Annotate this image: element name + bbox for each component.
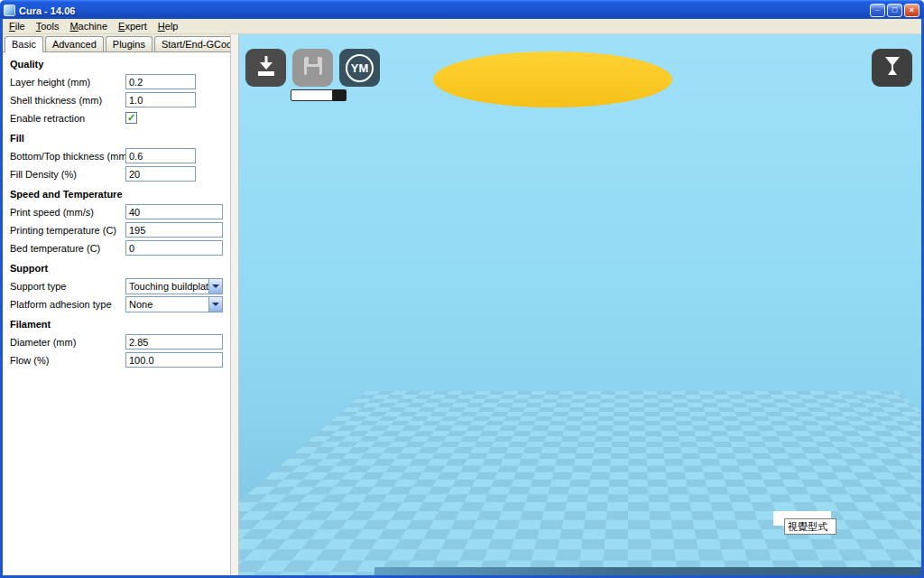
setting-label: Platform adhesion type <box>10 299 125 310</box>
vertical-scrollbar[interactable] <box>230 34 239 575</box>
input-fill-density[interactable] <box>125 166 196 182</box>
section-title-speed-and-temperature: Speed and Temperature <box>10 189 223 200</box>
section-title-support: Support <box>10 263 223 274</box>
menu-bar: FileToolsMachineExpertHelp <box>3 19 921 34</box>
setting-row-enable-retraction: Enable retraction✓ <box>10 109 223 126</box>
setting-label: Enable retraction <box>10 113 125 124</box>
minimize-icon: _ <box>875 4 880 12</box>
input-bottom-top-thickness-mm[interactable] <box>125 148 196 163</box>
setting-label: Printing temperature (C) <box>10 225 125 236</box>
input-shell-thickness-mm[interactable] <box>125 92 196 107</box>
progress-bar <box>291 89 333 101</box>
select-platform-adhesion-type[interactable]: None <box>125 296 223 312</box>
input-printing-temperature-c[interactable] <box>125 222 223 238</box>
dropdown-arrow-icon <box>208 297 222 312</box>
setting-label: Flow (%) <box>10 355 125 366</box>
tab-advanced[interactable]: Advanced <box>45 36 104 51</box>
settings-panel: QualityLayer height (mm)Shell thickness … <box>3 51 230 575</box>
select-support-type[interactable]: Touching buildplate <box>125 278 223 294</box>
view-mode-button[interactable] <box>872 49 912 87</box>
setting-label: Shell thickness (mm) <box>10 95 125 106</box>
setting-row-diameter-mm: Diameter (mm) <box>10 333 223 350</box>
view-type-tooltip: 視覺型式 <box>784 518 836 535</box>
main-content: BasicAdvancedPluginsStart/End-GCode Qual… <box>3 34 921 575</box>
select-value: None <box>126 299 208 310</box>
setting-row-support-type: Support typeTouching buildplate <box>10 277 223 294</box>
setting-row-bed-temperature-c: Bed temperature (C) <box>10 239 223 256</box>
setting-label: Diameter (mm) <box>10 337 125 348</box>
setting-row-shell-thickness-mm: Shell thickness (mm) <box>10 91 223 108</box>
load-model-button[interactable] <box>245 49 286 87</box>
setting-label: Layer height (mm) <box>10 77 125 88</box>
minimize-button[interactable]: _ <box>870 4 885 17</box>
load-model-icon <box>254 54 278 81</box>
save-toolpath-icon <box>301 54 325 81</box>
tab-row: BasicAdvancedPluginsStart/End-GCode <box>3 34 230 51</box>
setting-row-platform-adhesion-type: Platform adhesion typeNone <box>10 295 223 312</box>
app-window: Cura - 14.06 _ □ × FileToolsMachineExper… <box>0 0 924 578</box>
close-button[interactable]: × <box>904 4 919 17</box>
cura-logo-icon <box>4 5 15 16</box>
input-diameter-mm[interactable] <box>125 334 223 350</box>
title-bar[interactable]: Cura - 14.06 _ □ × <box>0 0 924 19</box>
menu-item-machine[interactable]: Machine <box>64 20 113 33</box>
setting-row-flow: Flow (%) <box>10 351 223 368</box>
input-bed-temperature-c[interactable] <box>125 240 223 256</box>
progress-bar-end <box>333 89 346 101</box>
tab-basic[interactable]: Basic <box>5 36 43 52</box>
save-toolpath-button[interactable] <box>292 49 333 87</box>
checkbox-enable-retraction[interactable]: ✓ <box>125 112 137 124</box>
setting-label: Print speed (mm/s) <box>10 207 125 218</box>
youmagine-icon: YM <box>346 54 374 82</box>
section-title-fill: Fill <box>10 133 223 144</box>
maximize-button[interactable]: □ <box>887 4 902 17</box>
window-title: Cura - 14.06 <box>19 5 866 16</box>
menu-item-file[interactable]: File <box>4 20 31 33</box>
setting-label: Fill Density (%) <box>10 169 125 180</box>
menu-item-expert[interactable]: Expert <box>113 20 152 33</box>
view-mode-icon <box>880 53 905 82</box>
setting-row-print-speed-mm-s: Print speed (mm/s) <box>10 203 223 220</box>
setting-row-bottom-top-thickness-mm: Bottom/Top thickness (mm) <box>10 147 223 164</box>
section-title-filament: Filament <box>10 319 223 330</box>
setting-row-printing-temperature-c: Printing temperature (C) <box>10 221 223 238</box>
setting-label: Bottom/Top thickness (mm) <box>10 151 125 162</box>
setting-label: Bed temperature (C) <box>10 243 125 254</box>
menu-item-tools[interactable]: Tools <box>31 20 65 33</box>
slicing-progress <box>291 89 346 101</box>
input-print-speed-mm-s[interactable] <box>125 204 223 219</box>
youmagine-share-button[interactable]: YM <box>339 49 380 87</box>
select-value: Touching buildplate <box>126 281 208 292</box>
model-cylinder-top[interactable] <box>433 51 672 107</box>
section-title-quality: Quality <box>10 59 223 70</box>
model-cylinder[interactable] <box>433 79 672 549</box>
close-icon: × <box>910 6 914 14</box>
3d-viewport[interactable]: YM 視覺型式 <box>239 34 921 575</box>
setting-label: Support type <box>10 281 125 292</box>
dropdown-arrow-icon <box>208 279 222 294</box>
setting-row-layer-height-mm: Layer height (mm) <box>10 73 223 90</box>
tab-plugins[interactable]: Plugins <box>106 36 152 51</box>
input-flow[interactable] <box>125 352 223 368</box>
settings-sidebar: BasicAdvancedPluginsStart/End-GCode Qual… <box>3 34 230 575</box>
setting-row-fill-density: Fill Density (%) <box>10 165 223 182</box>
window-controls: _ □ × <box>870 4 921 17</box>
build-plate-front-edge <box>374 567 921 575</box>
menu-item-help[interactable]: Help <box>152 20 184 33</box>
input-layer-height-mm[interactable] <box>125 74 196 89</box>
maximize-icon: □ <box>892 6 897 14</box>
